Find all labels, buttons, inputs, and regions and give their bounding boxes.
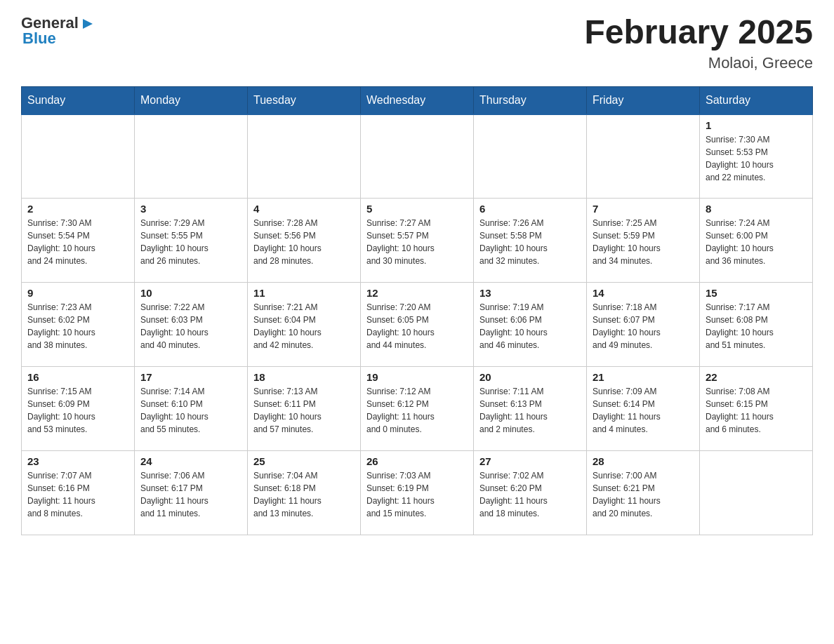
logo-text-blue: Blue [22, 29, 95, 48]
day-info: Sunrise: 7:06 AMSunset: 6:17 PMDaylight:… [140, 469, 241, 520]
days-of-week-row: SundayMondayTuesdayWednesdayThursdayFrid… [22, 86, 813, 114]
calendar-week-row: 23Sunrise: 7:07 AMSunset: 6:16 PMDayligh… [22, 451, 813, 535]
day-info: Sunrise: 7:27 AMSunset: 5:57 PMDaylight:… [366, 217, 468, 267]
day-info: Sunrise: 7:09 AMSunset: 6:14 PMDaylight:… [593, 385, 694, 436]
calendar-cell: 11Sunrise: 7:21 AMSunset: 6:04 PMDayligh… [248, 283, 361, 367]
day-number: 25 [253, 455, 355, 467]
calendar-body: 1Sunrise: 7:30 AMSunset: 5:53 PMDaylight… [22, 114, 813, 535]
day-header-sunday: Sunday [22, 86, 135, 114]
calendar-cell [135, 114, 248, 199]
day-number: 24 [140, 455, 241, 467]
day-header-friday: Friday [587, 86, 700, 114]
day-info: Sunrise: 7:21 AMSunset: 6:04 PMDaylight:… [253, 301, 355, 351]
calendar-cell: 7Sunrise: 7:25 AMSunset: 5:59 PMDaylight… [587, 199, 700, 283]
calendar-cell: 25Sunrise: 7:04 AMSunset: 6:18 PMDayligh… [248, 451, 361, 535]
calendar-week-row: 9Sunrise: 7:23 AMSunset: 6:02 PMDaylight… [22, 283, 813, 367]
page-header: General Blue February 2025 Molaoi, Greec… [21, 14, 813, 72]
day-info: Sunrise: 7:30 AMSunset: 5:53 PMDaylight:… [706, 133, 807, 184]
calendar-cell: 27Sunrise: 7:02 AMSunset: 6:20 PMDayligh… [474, 451, 587, 535]
calendar-cell: 10Sunrise: 7:22 AMSunset: 6:03 PMDayligh… [135, 283, 248, 367]
calendar-week-row: 2Sunrise: 7:30 AMSunset: 5:54 PMDaylight… [22, 199, 813, 283]
calendar-header: SundayMondayTuesdayWednesdayThursdayFrid… [22, 86, 813, 114]
calendar-cell [248, 114, 361, 199]
calendar-cell: 18Sunrise: 7:13 AMSunset: 6:11 PMDayligh… [248, 367, 361, 451]
calendar-cell: 14Sunrise: 7:18 AMSunset: 6:07 PMDayligh… [587, 283, 700, 367]
calendar-cell [587, 114, 700, 199]
day-info: Sunrise: 7:12 AMSunset: 6:12 PMDaylight:… [366, 385, 468, 436]
calendar-title: February 2025 [584, 14, 813, 51]
day-header-thursday: Thursday [474, 86, 587, 114]
day-info: Sunrise: 7:03 AMSunset: 6:19 PMDaylight:… [366, 469, 468, 520]
calendar-cell: 2Sunrise: 7:30 AMSunset: 5:54 PMDaylight… [22, 199, 135, 283]
day-number: 12 [366, 287, 468, 299]
day-info: Sunrise: 7:14 AMSunset: 6:10 PMDaylight:… [140, 385, 241, 436]
day-number: 6 [479, 203, 581, 215]
calendar-cell: 12Sunrise: 7:20 AMSunset: 6:05 PMDayligh… [361, 283, 474, 367]
day-info: Sunrise: 7:20 AMSunset: 6:05 PMDaylight:… [366, 301, 468, 351]
day-number: 7 [593, 203, 694, 215]
calendar-cell [474, 114, 587, 199]
calendar-week-row: 16Sunrise: 7:15 AMSunset: 6:09 PMDayligh… [22, 367, 813, 451]
calendar-cell: 20Sunrise: 7:11 AMSunset: 6:13 PMDayligh… [474, 367, 587, 451]
day-info: Sunrise: 7:11 AMSunset: 6:13 PMDaylight:… [479, 385, 581, 436]
day-header-saturday: Saturday [700, 86, 813, 114]
calendar-cell: 1Sunrise: 7:30 AMSunset: 5:53 PMDaylight… [700, 114, 813, 199]
day-info: Sunrise: 7:26 AMSunset: 5:58 PMDaylight:… [479, 217, 581, 267]
calendar-cell: 4Sunrise: 7:28 AMSunset: 5:56 PMDaylight… [248, 199, 361, 283]
calendar-subtitle: Molaoi, Greece [584, 54, 813, 72]
day-number: 14 [593, 287, 694, 299]
day-number: 4 [253, 203, 355, 215]
day-number: 8 [706, 203, 807, 215]
day-info: Sunrise: 7:28 AMSunset: 5:56 PMDaylight:… [253, 217, 355, 267]
day-number: 11 [253, 287, 355, 299]
calendar-cell: 26Sunrise: 7:03 AMSunset: 6:19 PMDayligh… [361, 451, 474, 535]
day-number: 5 [366, 203, 468, 215]
calendar-cell: 5Sunrise: 7:27 AMSunset: 5:57 PMDaylight… [361, 199, 474, 283]
day-number: 28 [593, 455, 694, 467]
day-number: 27 [479, 455, 581, 467]
day-info: Sunrise: 7:15 AMSunset: 6:09 PMDaylight:… [27, 385, 128, 436]
calendar-cell: 19Sunrise: 7:12 AMSunset: 6:12 PMDayligh… [361, 367, 474, 451]
calendar-cell [361, 114, 474, 199]
day-info: Sunrise: 7:29 AMSunset: 5:55 PMDaylight:… [140, 217, 241, 267]
day-info: Sunrise: 7:22 AMSunset: 6:03 PMDaylight:… [140, 301, 241, 351]
calendar-cell [22, 114, 135, 199]
logo: General Blue [21, 14, 95, 48]
day-info: Sunrise: 7:23 AMSunset: 6:02 PMDaylight:… [27, 301, 128, 351]
calendar-cell: 9Sunrise: 7:23 AMSunset: 6:02 PMDaylight… [22, 283, 135, 367]
day-info: Sunrise: 7:13 AMSunset: 6:11 PMDaylight:… [253, 385, 355, 436]
day-number: 3 [140, 203, 241, 215]
day-number: 13 [479, 287, 581, 299]
title-area: February 2025 Molaoi, Greece [584, 14, 813, 72]
svg-marker-0 [83, 19, 93, 29]
calendar-cell [700, 451, 813, 535]
calendar-table: SundayMondayTuesdayWednesdayThursdayFrid… [21, 86, 813, 536]
day-number: 10 [140, 287, 241, 299]
calendar-cell: 13Sunrise: 7:19 AMSunset: 6:06 PMDayligh… [474, 283, 587, 367]
day-info: Sunrise: 7:00 AMSunset: 6:21 PMDaylight:… [593, 469, 694, 520]
calendar-week-row: 1Sunrise: 7:30 AMSunset: 5:53 PMDaylight… [22, 114, 813, 199]
day-number: 17 [140, 371, 241, 383]
day-header-monday: Monday [135, 86, 248, 114]
calendar-cell: 15Sunrise: 7:17 AMSunset: 6:08 PMDayligh… [700, 283, 813, 367]
day-number: 21 [593, 371, 694, 383]
day-info: Sunrise: 7:08 AMSunset: 6:15 PMDaylight:… [706, 385, 807, 436]
calendar-cell: 17Sunrise: 7:14 AMSunset: 6:10 PMDayligh… [135, 367, 248, 451]
day-header-tuesday: Tuesday [248, 86, 361, 114]
day-info: Sunrise: 7:18 AMSunset: 6:07 PMDaylight:… [593, 301, 694, 351]
day-info: Sunrise: 7:24 AMSunset: 6:00 PMDaylight:… [706, 217, 807, 267]
day-number: 26 [366, 455, 468, 467]
calendar-cell: 8Sunrise: 7:24 AMSunset: 6:00 PMDaylight… [700, 199, 813, 283]
day-info: Sunrise: 7:04 AMSunset: 6:18 PMDaylight:… [253, 469, 355, 520]
day-number: 23 [27, 455, 128, 467]
day-info: Sunrise: 7:30 AMSunset: 5:54 PMDaylight:… [27, 217, 128, 267]
calendar-cell: 16Sunrise: 7:15 AMSunset: 6:09 PMDayligh… [22, 367, 135, 451]
day-info: Sunrise: 7:19 AMSunset: 6:06 PMDaylight:… [479, 301, 581, 351]
calendar-cell: 6Sunrise: 7:26 AMSunset: 5:58 PMDaylight… [474, 199, 587, 283]
day-info: Sunrise: 7:02 AMSunset: 6:20 PMDaylight:… [479, 469, 581, 520]
day-number: 1 [706, 119, 807, 131]
day-number: 19 [366, 371, 468, 383]
day-number: 2 [27, 203, 128, 215]
day-number: 9 [27, 287, 128, 299]
day-info: Sunrise: 7:17 AMSunset: 6:08 PMDaylight:… [706, 301, 807, 351]
